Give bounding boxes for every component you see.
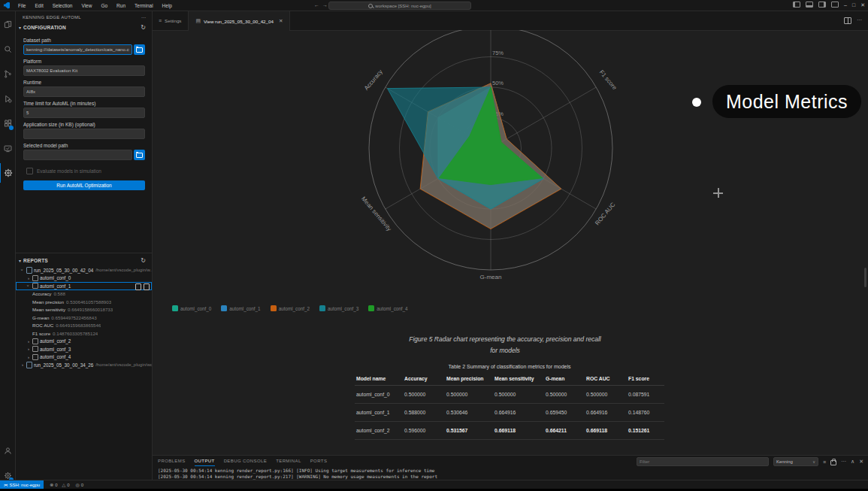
lock-scroll-icon[interactable] bbox=[830, 460, 836, 465]
tree-metric-row[interactable]: Mean precision0.5306461057588903 bbox=[16, 298, 152, 306]
legend-label: automl_conf_2 bbox=[279, 306, 310, 311]
maximize-panel-icon[interactable]: ∧ bbox=[851, 459, 854, 465]
refresh-icon[interactable]: ↻ bbox=[141, 257, 146, 264]
chevron-right-icon[interactable]: › bbox=[26, 276, 31, 280]
table-header: F1 score bbox=[627, 372, 664, 386]
ports-status[interactable]: ◎0 bbox=[75, 482, 83, 487]
config-input-runtime[interactable] bbox=[23, 86, 145, 97]
sidebar-more-actions-icon[interactable]: ⋯ bbox=[141, 14, 146, 20]
menu-terminal[interactable]: Terminal bbox=[131, 2, 157, 10]
refresh-icon[interactable]: ↻ bbox=[141, 24, 146, 31]
customize-layout-icon[interactable] bbox=[831, 2, 839, 8]
search-view-icon[interactable] bbox=[0, 39, 15, 59]
remote-indicator[interactable]: >< SSH: nuc-egpu bbox=[0, 480, 44, 489]
tab-view-run[interactable]: ▤ View run_2025_05_30_00_42_04 ✕ bbox=[189, 11, 290, 31]
source-control-icon[interactable] bbox=[0, 64, 15, 83]
kenning-view-icon[interactable] bbox=[0, 163, 16, 183]
table-cell: 0.669118 bbox=[493, 422, 544, 440]
open-report-icon[interactable] bbox=[135, 283, 141, 290]
explorer-icon[interactable] bbox=[0, 14, 15, 34]
toggle-sidebar-icon[interactable] bbox=[793, 2, 800, 8]
panel-more-icon[interactable]: ⋯ bbox=[841, 459, 846, 465]
legend-item-automl_conf_4[interactable]: automl_conf_4 bbox=[368, 305, 407, 311]
output-filter-input[interactable] bbox=[637, 457, 769, 466]
split-editor-icon[interactable] bbox=[844, 17, 851, 24]
menu-selection[interactable]: Selection bbox=[49, 2, 77, 10]
menu-go[interactable]: Go bbox=[97, 2, 111, 10]
restore-button[interactable]: □ bbox=[852, 2, 855, 8]
compare-report-icon[interactable] bbox=[144, 283, 150, 290]
accounts-icon[interactable] bbox=[0, 441, 15, 460]
extensions-icon[interactable] bbox=[0, 114, 15, 133]
close-button[interactable]: ✕ bbox=[860, 2, 865, 8]
run-debug-icon[interactable] bbox=[0, 89, 15, 108]
close-tab-icon[interactable]: ✕ bbox=[279, 18, 283, 24]
titlebar: FileEditSelectionViewGoRunTerminalHelp ←… bbox=[0, 0, 868, 11]
chevron-down-icon[interactable]: › bbox=[20, 268, 25, 272]
metric-name: F1 score bbox=[32, 331, 50, 336]
table-cell: 0.659450 bbox=[544, 404, 585, 422]
remote-test-icon[interactable] bbox=[0, 138, 15, 158]
editor-more-actions-icon[interactable]: ⋯ bbox=[857, 17, 862, 23]
tree-item-automl_conf_3[interactable]: ›automl_conf_3 bbox=[16, 345, 152, 353]
tree-metric-row[interactable]: G-mean0.6594497522456843 bbox=[16, 314, 152, 322]
config-input-dataset-path[interactable] bbox=[23, 44, 132, 55]
menu-help[interactable]: Help bbox=[159, 2, 176, 10]
legend-item-automl_conf_0[interactable]: automl_conf_0 bbox=[172, 305, 211, 311]
config-input-application-size[interactable] bbox=[23, 129, 145, 139]
tree-item-run_2025_05_30_00_42_04[interactable]: ›run_2025_05_30_00_42_04/home/ant/vscode… bbox=[16, 266, 152, 274]
panel-tab-output[interactable]: OUTPUT bbox=[195, 457, 215, 466]
report-preview-icon: ▤ bbox=[195, 18, 201, 24]
table-header: Model name bbox=[355, 372, 403, 386]
run-automl-button[interactable]: Run AutoML Optimization bbox=[23, 180, 145, 190]
clear-output-icon[interactable]: ≡ bbox=[823, 459, 826, 465]
config-input-platform[interactable] bbox=[23, 65, 145, 76]
menu-run[interactable]: Run bbox=[113, 2, 129, 10]
chevron-right-icon[interactable]: › bbox=[26, 355, 31, 359]
tree-item-automl_conf_0[interactable]: ›automl_conf_0 bbox=[16, 274, 152, 283]
reports-section-header[interactable]: ▾ REPORTS ↻ bbox=[16, 255, 152, 265]
command-center-search[interactable]: workspace [SSH: nuc-egpu] bbox=[328, 2, 471, 10]
browse-folder-button[interactable] bbox=[134, 44, 145, 55]
folder-icon bbox=[136, 153, 143, 158]
panel-tab-problems[interactable]: PROBLEMS bbox=[158, 457, 186, 466]
menu-file[interactable]: File bbox=[14, 2, 29, 10]
toggle-secondary-sidebar-icon[interactable] bbox=[818, 2, 826, 8]
chevron-right-icon[interactable]: › bbox=[26, 347, 31, 351]
menu-view[interactable]: View bbox=[77, 2, 95, 10]
tree-item-run_2025_05_30_00_34_26[interactable]: ›run_2025_05_30_00_34_26/home/ant/vscode… bbox=[16, 361, 152, 369]
config-input-selected-model[interactable] bbox=[23, 150, 132, 160]
panel-tab-terminal[interactable]: TERMINAL bbox=[276, 457, 301, 466]
tree-item-automl_conf_1[interactable]: ›automl_conf_1 bbox=[16, 282, 152, 290]
chevron-down-icon[interactable]: › bbox=[26, 283, 31, 288]
output-channel-select[interactable]: Kenning ∨ bbox=[773, 457, 818, 466]
problems-status[interactable]: ⊗0 △0 bbox=[50, 482, 69, 487]
legend-item-automl_conf_1[interactable]: automl_conf_1 bbox=[221, 305, 260, 311]
tab-settings[interactable]: ≡ Settings bbox=[152, 11, 189, 30]
tree-item-automl_conf_2[interactable]: ›automl_conf_2 bbox=[16, 338, 152, 346]
tree-metric-row[interactable]: ROC AUC0.6649159683865546 bbox=[16, 322, 152, 330]
output-log[interactable]: [2025-05-30 00:54:14 kenning render_repo… bbox=[158, 468, 865, 480]
config-input-time-limit[interactable] bbox=[23, 108, 145, 118]
checkbox-icon[interactable] bbox=[26, 168, 33, 174]
panel-tab-debug-console[interactable]: DEBUG CONSOLE bbox=[224, 457, 268, 466]
radar-axis-label: Mean sensitivity bbox=[360, 195, 392, 232]
toggle-panel-icon[interactable] bbox=[806, 2, 813, 8]
legend-swatch bbox=[172, 305, 178, 311]
simulation-checkbox-row[interactable]: Evaluate models in simulation bbox=[26, 168, 152, 174]
tree-metric-row[interactable]: Accuracy0.588 bbox=[16, 290, 152, 299]
tree-item-automl_conf_4[interactable]: ›automl_conf_4 bbox=[16, 353, 152, 362]
close-panel-icon[interactable]: ✕ bbox=[859, 459, 863, 465]
tree-metric-row[interactable]: Mean sensitivity0.6649158660018733 bbox=[16, 306, 152, 314]
minimize-button[interactable]: – bbox=[844, 2, 847, 8]
tree-metric-row[interactable]: F1 score0.1487603305785124 bbox=[16, 329, 152, 338]
legend-item-automl_conf_3[interactable]: automl_conf_3 bbox=[319, 305, 358, 311]
chevron-right-icon[interactable]: › bbox=[26, 339, 31, 344]
legend-item-automl_conf_2[interactable]: automl_conf_2 bbox=[271, 305, 310, 311]
editor-scrollbar[interactable] bbox=[864, 268, 866, 287]
configuration-section-header[interactable]: ▾ CONFIGURATION ↻ bbox=[16, 22, 152, 32]
panel-tab-ports[interactable]: PORTS bbox=[310, 457, 328, 466]
chevron-right-icon[interactable]: › bbox=[20, 362, 25, 367]
browse-folder-button[interactable] bbox=[134, 150, 145, 160]
menu-edit[interactable]: Edit bbox=[31, 2, 47, 10]
